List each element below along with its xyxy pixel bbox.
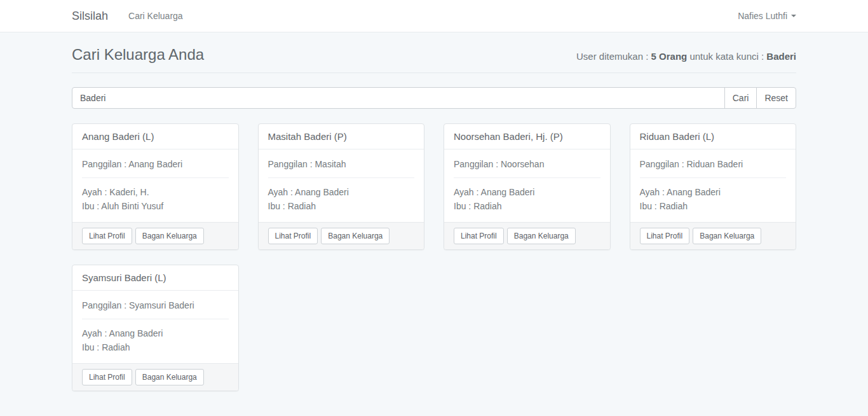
cards-grid: Anang Baderi (L) Panggilan : Anang Bader… <box>62 123 806 406</box>
nav-link-cari-keluarga[interactable]: Cari Keluarga <box>128 11 183 21</box>
person-card-footer: Lihat Profil Bagan Keluarga <box>630 222 796 249</box>
navbar: Silsilah Cari Keluarga Nafies Luthfi <box>0 0 868 32</box>
main-content: Cari Keluarga Anda User ditemukan : 5 Or… <box>62 46 806 406</box>
person-card: Riduan Baderi (L) Panggilan : Riduan Bad… <box>630 123 797 250</box>
caret-down-icon <box>791 15 796 17</box>
bagan-keluarga-button[interactable]: Bagan Keluarga <box>321 228 390 244</box>
person-nickname: Panggilan : Riduan Baderi <box>640 158 787 170</box>
bagan-keluarga-button[interactable]: Bagan Keluarga <box>135 228 204 244</box>
card-divider <box>82 319 229 319</box>
person-nickname: Panggilan : Noorsehan <box>454 158 600 170</box>
card-divider <box>640 177 787 178</box>
card-column: Anang Baderi (L) Panggilan : Anang Bader… <box>62 123 248 250</box>
person-nickname: Panggilan : Anang Baderi <box>82 158 229 170</box>
person-card-body: Panggilan : Masitah Ayah : Anang Baderi … <box>259 149 424 222</box>
person-father: Ayah : Kaderi, H. <box>82 185 229 199</box>
person-nickname: Panggilan : Syamsuri Baderi <box>82 299 229 312</box>
person-father: Ayah : Anang Baderi <box>454 185 600 199</box>
bagan-keluarga-button[interactable]: Bagan Keluarga <box>135 369 204 385</box>
card-divider <box>82 177 229 178</box>
bagan-keluarga-button[interactable]: Bagan Keluarga <box>693 228 761 244</box>
person-nickname: Panggilan : Masitah <box>268 158 415 170</box>
person-card-body: Panggilan : Syamsuri Baderi Ayah : Anang… <box>72 291 238 363</box>
person-mother: Ibu : Radiah <box>82 340 229 354</box>
search-form: Cari Reset <box>72 87 796 109</box>
person-mother: Ibu : Radiah <box>454 199 600 213</box>
lihat-profil-button[interactable]: Lihat Profil <box>82 228 132 244</box>
card-divider <box>268 177 415 178</box>
person-card-footer: Lihat Profil Bagan Keluarga <box>259 222 424 249</box>
person-card-title: Riduan Baderi (L) <box>630 124 796 149</box>
person-card-body: Panggilan : Anang Baderi Ayah : Kaderi, … <box>72 149 238 222</box>
person-card-footer: Lihat Profil Bagan Keluarga <box>72 363 238 391</box>
card-column: Riduan Baderi (L) Panggilan : Riduan Bad… <box>620 123 806 250</box>
result-count: 5 Orang <box>651 51 688 62</box>
result-summary: User ditemukan : 5 Orang untuk kata kunc… <box>576 51 796 62</box>
card-divider <box>454 177 600 178</box>
lihat-profil-button[interactable]: Lihat Profil <box>640 228 690 244</box>
cari-button[interactable]: Cari <box>724 87 757 109</box>
lihat-profil-button[interactable]: Lihat Profil <box>268 228 318 244</box>
person-father: Ayah : Anang Baderi <box>82 326 229 340</box>
person-card-title: Masitah Baderi (P) <box>259 124 424 149</box>
lihat-profil-button[interactable]: Lihat Profil <box>82 369 132 385</box>
page-header: Cari Keluarga Anda User ditemukan : 5 Or… <box>72 46 796 73</box>
page-title: Cari Keluarga Anda <box>72 46 204 64</box>
person-card-body: Panggilan : Riduan Baderi Ayah : Anang B… <box>630 149 796 222</box>
person-card-body: Panggilan : Noorsehan Ayah : Anang Bader… <box>444 149 610 222</box>
search-input[interactable] <box>72 87 725 109</box>
person-card: Masitah Baderi (P) Panggilan : Masitah A… <box>258 123 425 250</box>
person-card-title: Noorsehan Baderi, Hj. (P) <box>444 124 610 149</box>
person-mother: Ibu : Radiah <box>640 199 787 213</box>
result-keyword: Baderi <box>766 51 796 62</box>
person-card-footer: Lihat Profil Bagan Keluarga <box>72 222 238 249</box>
user-menu-label: Nafies Luthfi <box>738 11 787 21</box>
person-card: Anang Baderi (L) Panggilan : Anang Bader… <box>72 123 239 250</box>
person-father: Ayah : Anang Baderi <box>268 185 415 199</box>
result-summary-prefix: User ditemukan : <box>576 51 651 62</box>
lihat-profil-button[interactable]: Lihat Profil <box>454 228 504 244</box>
person-card-title: Anang Baderi (L) <box>72 124 238 149</box>
result-summary-middle: untuk kata kunci : <box>687 51 766 62</box>
navbar-brand[interactable]: Silsilah <box>72 10 108 23</box>
card-column: Noorsehan Baderi, Hj. (P) Panggilan : No… <box>434 123 620 250</box>
person-mother: Ibu : Aluh Binti Yusuf <box>82 199 229 213</box>
person-card-title: Syamsuri Baderi (L) <box>72 265 238 291</box>
user-menu[interactable]: Nafies Luthfi <box>738 11 796 21</box>
card-column: Masitah Baderi (P) Panggilan : Masitah A… <box>248 123 435 250</box>
card-column: Syamsuri Baderi (L) Panggilan : Syamsuri… <box>62 265 248 391</box>
person-card-footer: Lihat Profil Bagan Keluarga <box>444 222 610 249</box>
person-card: Syamsuri Baderi (L) Panggilan : Syamsuri… <box>72 265 239 391</box>
bagan-keluarga-button[interactable]: Bagan Keluarga <box>507 228 576 244</box>
person-card: Noorsehan Baderi, Hj. (P) Panggilan : No… <box>444 123 611 250</box>
person-mother: Ibu : Radiah <box>268 199 415 213</box>
person-father: Ayah : Anang Baderi <box>640 185 787 199</box>
reset-button[interactable]: Reset <box>756 87 796 109</box>
